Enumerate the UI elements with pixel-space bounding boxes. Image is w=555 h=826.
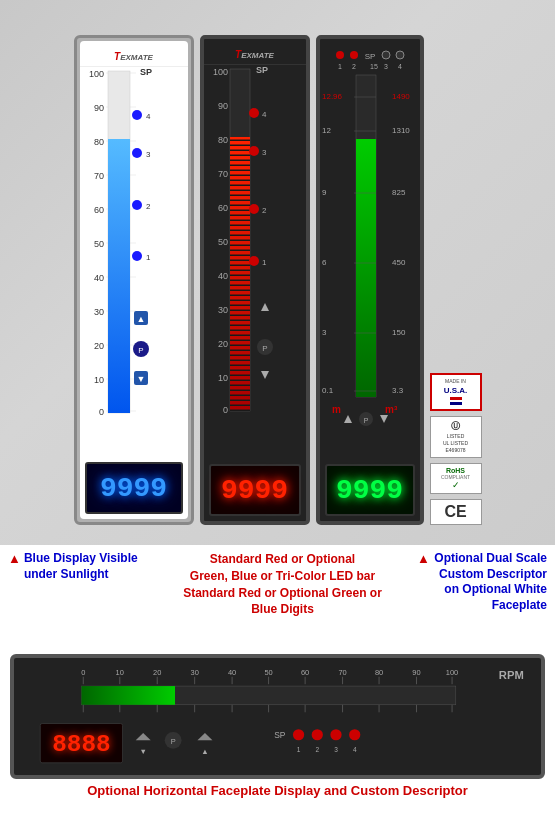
svg-text:40: 40 [228, 668, 236, 677]
ul-number: UL LISTED E469078 [435, 440, 477, 454]
svg-text:4: 4 [146, 112, 151, 121]
svg-text:1: 1 [146, 253, 151, 262]
svg-text:1310: 1310 [392, 126, 410, 135]
svg-text:100: 100 [446, 668, 458, 677]
svg-marker-67 [261, 371, 269, 379]
svg-text:▲: ▲ [201, 747, 208, 756]
svg-text:3: 3 [262, 148, 267, 157]
svg-rect-54 [230, 137, 250, 411]
meter3-bar-svg: SP 1 2 3 4 15 12.96 12 9 6 [320, 43, 428, 431]
svg-text:2: 2 [352, 63, 356, 70]
svg-text:60: 60 [217, 203, 227, 213]
svg-text:m³: m³ [385, 404, 398, 415]
svg-text:0: 0 [222, 405, 227, 415]
meter1-bar-svg: 100 90 80 70 60 [82, 63, 188, 423]
center-annotation-line1: Standard Red or Optional [183, 551, 383, 568]
center-annotation-line2: Green, Blue or Tri-Color LED bar [183, 568, 383, 585]
meter2-bar-svg: 100 90 80 70 60 50 40 30 20 10 0 [206, 61, 312, 421]
svg-text:30: 30 [217, 305, 227, 315]
svg-text:SP: SP [364, 52, 375, 61]
annotation-right: ▲ Optional Dual Scale Custom Descriptor … [417, 551, 547, 613]
left-arrow-icon: ▲ [8, 551, 21, 566]
svg-text:9: 9 [322, 188, 327, 197]
svg-text:12.96: 12.96 [322, 92, 343, 101]
svg-point-68 [336, 51, 344, 59]
meter1-display: 9999 [100, 473, 167, 504]
svg-text:60: 60 [301, 668, 309, 677]
svg-text:20: 20 [93, 341, 103, 351]
svg-text:20: 20 [217, 339, 227, 349]
svg-text:0: 0 [81, 668, 85, 677]
svg-text:150: 150 [392, 328, 406, 337]
page-wrapper: TEXMATE 100 90 80 [0, 0, 555, 826]
svg-rect-91 [356, 139, 376, 397]
svg-text:1490: 1490 [392, 92, 410, 101]
svg-text:50: 50 [217, 237, 227, 247]
svg-marker-64 [261, 303, 269, 311]
svg-point-29 [132, 200, 142, 210]
svg-text:10: 10 [93, 375, 103, 385]
svg-point-56 [249, 108, 259, 118]
svg-point-69 [350, 51, 358, 59]
svg-point-151 [312, 729, 323, 740]
meter-2: TEXMATE 100 90 80 70 60 50 40 30 20 10 0 [200, 35, 310, 525]
horizontal-meter-caption: Optional Horizontal Faceplate Display an… [10, 783, 545, 798]
svg-text:60: 60 [93, 205, 103, 215]
svg-text:2: 2 [146, 202, 151, 211]
svg-text:SP: SP [274, 730, 286, 740]
svg-text:90: 90 [412, 668, 420, 677]
ul-circle: Ⓤ [435, 420, 477, 433]
svg-text:20: 20 [153, 668, 161, 677]
svg-text:0: 0 [98, 407, 103, 417]
svg-text:10: 10 [217, 373, 227, 383]
svg-text:m: m [332, 404, 341, 415]
horizontal-bar-svg: 0 10 20 30 40 50 60 70 80 90 100 RPM [14, 658, 541, 775]
svg-rect-128 [81, 686, 175, 705]
svg-point-60 [249, 204, 259, 214]
usa-label: U.S.A. [436, 385, 476, 396]
svg-point-149 [293, 729, 304, 740]
ce-label: CE [435, 503, 477, 521]
svg-text:SP: SP [256, 65, 268, 75]
svg-text:▼: ▼ [136, 374, 145, 384]
svg-point-72 [396, 51, 404, 59]
horizontal-meter: 0 10 20 30 40 50 60 70 80 90 100 RPM [10, 654, 545, 779]
svg-text:3: 3 [146, 150, 151, 159]
svg-point-155 [349, 729, 360, 740]
svg-marker-142 [136, 733, 151, 740]
meter-3: SP 1 2 3 4 15 12.96 12 9 6 [316, 35, 424, 525]
svg-text:30: 30 [93, 307, 103, 317]
svg-text:70: 70 [93, 171, 103, 181]
svg-marker-146 [197, 733, 212, 740]
svg-rect-23 [108, 139, 130, 413]
made-in-label: MADE IN [436, 378, 476, 385]
svg-text:4: 4 [353, 746, 357, 753]
svg-point-153 [330, 729, 341, 740]
svg-text:70: 70 [338, 668, 346, 677]
meter3-display: 9999 [336, 475, 403, 506]
svg-text:3.3: 3.3 [392, 386, 404, 395]
svg-text:50: 50 [93, 239, 103, 249]
svg-text:50: 50 [264, 668, 272, 677]
svg-text:70: 70 [217, 169, 227, 179]
svg-marker-100 [344, 415, 352, 423]
svg-text:▲: ▲ [136, 314, 145, 324]
svg-text:P: P [262, 344, 267, 353]
svg-text:825: 825 [392, 188, 406, 197]
svg-point-62 [249, 256, 259, 266]
left-annotation-text: Blue Display Visible under Sunlight [24, 551, 148, 582]
svg-point-25 [132, 110, 142, 120]
ul-listed-label: LISTED [435, 433, 477, 440]
rohs-label: RoHS [435, 467, 477, 474]
svg-text:RPM: RPM [499, 669, 524, 681]
product-image-area: TEXMATE 100 90 80 [0, 0, 555, 545]
svg-text:80: 80 [93, 137, 103, 147]
svg-text:3: 3 [322, 328, 327, 337]
svg-text:10: 10 [116, 668, 124, 677]
svg-text:4: 4 [398, 63, 402, 70]
svg-text:P: P [171, 737, 176, 746]
svg-text:2: 2 [315, 746, 319, 753]
right-annotation-text: Optional Dual Scale Custom Descriptor on… [433, 551, 547, 613]
svg-text:0.1: 0.1 [322, 386, 334, 395]
cert-section: MADE IN U.S.A. Ⓤ LISTED UL LISTED E46907… [430, 253, 482, 525]
